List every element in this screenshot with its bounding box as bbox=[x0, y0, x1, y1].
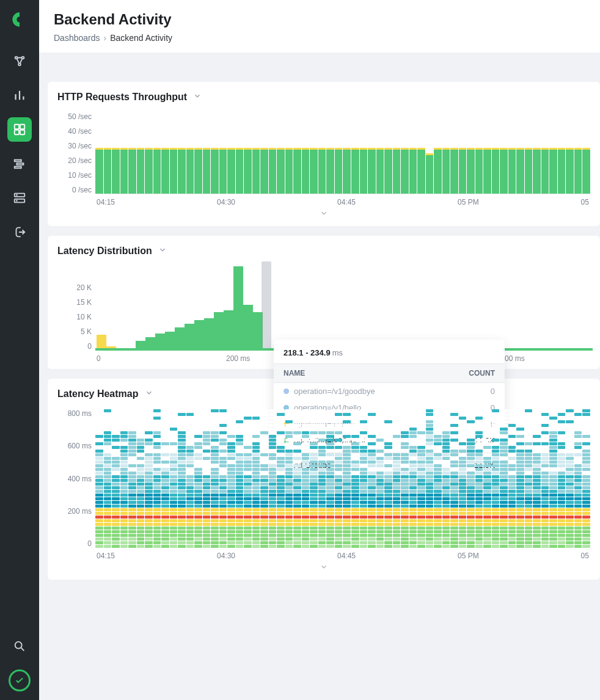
status-ok-icon[interactable] bbox=[9, 669, 31, 691]
throughput-chart[interactable]: 50 /sec 40 /sec 30 /sec 20 /sec 10 /sec … bbox=[57, 112, 590, 206]
tooltip-series-count: 0 bbox=[491, 387, 495, 396]
tooltip-col-count: COUNT bbox=[469, 369, 495, 377]
tooltip-unit: ms bbox=[332, 348, 343, 357]
nav-item-topology[interactable] bbox=[7, 49, 32, 73]
svg-point-0 bbox=[16, 16, 22, 22]
svg-rect-9 bbox=[16, 163, 23, 165]
svg-point-3 bbox=[18, 64, 21, 66]
x-axis: 04:15 04:30 04:45 05 PM 05 bbox=[95, 552, 590, 560]
panel-latency-distribution: Latency Distribution 20 K 15 K 10 K 5 K … bbox=[48, 236, 600, 369]
hover-highlight bbox=[262, 261, 271, 351]
chevron-down-icon[interactable] bbox=[193, 92, 202, 103]
panel-collapse-chevron[interactable] bbox=[57, 209, 590, 220]
svg-point-14 bbox=[16, 200, 17, 201]
page-title: Backend Activity bbox=[54, 11, 585, 28]
chevron-down-icon[interactable] bbox=[145, 388, 153, 399]
panel-latency-heatmap: Latency Heatmap 800 ms 600 ms 400 ms 200… bbox=[48, 379, 600, 580]
search-button[interactable] bbox=[7, 634, 32, 658]
content-scroll[interactable]: HTTP Requests Throughput 50 /sec 40 /sec… bbox=[39, 53, 600, 700]
svg-rect-5 bbox=[20, 125, 24, 129]
series-color-dot bbox=[284, 388, 289, 394]
nav-item-logout[interactable] bbox=[7, 220, 32, 244]
throughput-plot-area[interactable] bbox=[95, 112, 590, 194]
nav-item-metrics[interactable] bbox=[7, 83, 32, 108]
breadcrumb-current: Backend Activity bbox=[110, 33, 172, 43]
breadcrumb-root[interactable]: Dashboards bbox=[54, 33, 100, 43]
main-region: Backend Activity Dashboards › Backend Ac… bbox=[39, 0, 600, 700]
panel-title-heatmap: Latency Heatmap bbox=[57, 388, 139, 399]
tooltip-range: 218.1 - 234.9 bbox=[284, 348, 331, 357]
sidebar-bottom bbox=[7, 634, 32, 700]
breadcrumb: Dashboards › Backend Activity bbox=[54, 33, 585, 43]
panel-title-throughput: HTTP Requests Throughput bbox=[57, 92, 187, 103]
app-logo bbox=[11, 11, 28, 28]
y-axis: 20 K 15 K 10 K 5 K 0 bbox=[57, 266, 95, 351]
svg-point-15 bbox=[15, 642, 22, 649]
y-axis: 50 /sec 40 /sec 30 /sec 20 /sec 10 /sec … bbox=[57, 112, 95, 194]
svg-rect-7 bbox=[20, 130, 24, 134]
tooltip-row: operation=/v1/goodbye0 bbox=[274, 383, 505, 399]
panel-throughput: HTTP Requests Throughput 50 /sec 40 /sec… bbox=[48, 82, 600, 226]
x-axis: 04:15 04:30 04:45 05 PM 05 bbox=[95, 198, 590, 206]
sidebar-nav bbox=[0, 0, 39, 700]
chevron-down-icon[interactable] bbox=[158, 246, 167, 257]
tooltip-col-name: NAME bbox=[284, 369, 305, 377]
page-header: Backend Activity Dashboards › Backend Ac… bbox=[39, 0, 600, 53]
nav-item-traces[interactable] bbox=[7, 151, 32, 176]
nav-item-servers[interactable] bbox=[7, 186, 32, 210]
nav-item-dashboards[interactable] bbox=[7, 117, 32, 142]
latdist-plot-area[interactable] bbox=[95, 266, 590, 351]
svg-rect-4 bbox=[15, 125, 19, 129]
svg-rect-10 bbox=[15, 167, 21, 169]
y-axis: 800 ms 600 ms 400 ms 200 ms 0 bbox=[57, 409, 95, 548]
svg-rect-6 bbox=[15, 130, 19, 134]
svg-point-13 bbox=[16, 195, 17, 195]
panel-collapse-chevron[interactable] bbox=[57, 563, 590, 574]
chevron-right-icon: › bbox=[104, 33, 107, 43]
panel-title-latdist: Latency Distribution bbox=[57, 246, 152, 257]
tooltip-series-label: operation=/v1/goodbye bbox=[294, 387, 375, 396]
heatmap-plot-area[interactable] bbox=[95, 409, 590, 548]
heatmap-chart[interactable]: 800 ms 600 ms 400 ms 200 ms 0 04:15 04:3… bbox=[57, 409, 590, 560]
svg-rect-8 bbox=[15, 160, 21, 162]
